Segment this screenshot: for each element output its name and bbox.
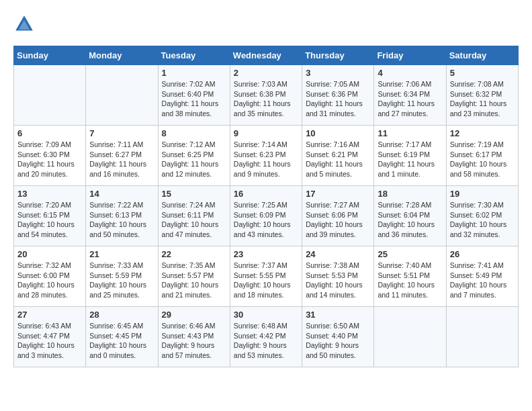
calendar-cell: 5Sunrise: 7:08 AM Sunset: 6:32 PM Daylig… xyxy=(446,65,518,126)
day-number: 8 xyxy=(162,128,226,138)
day-number: 3 xyxy=(306,68,370,78)
calendar-body: 1Sunrise: 7:02 AM Sunset: 6:40 PM Daylig… xyxy=(14,65,519,367)
calendar-cell: 24Sunrise: 7:38 AM Sunset: 5:53 PM Dayli… xyxy=(302,246,374,307)
day-number: 5 xyxy=(450,68,515,78)
calendar-cell: 1Sunrise: 7:02 AM Sunset: 6:40 PM Daylig… xyxy=(158,65,230,126)
day-number: 23 xyxy=(234,249,298,259)
week-row-1: 1Sunrise: 7:02 AM Sunset: 6:40 PM Daylig… xyxy=(14,65,519,126)
day-number: 21 xyxy=(89,249,154,259)
day-number: 19 xyxy=(450,189,515,199)
calendar-cell: 15Sunrise: 7:24 AM Sunset: 6:11 PM Dayli… xyxy=(158,186,230,246)
calendar-cell: 11Sunrise: 7:17 AM Sunset: 6:19 PM Dayli… xyxy=(374,126,446,186)
day-info: Sunrise: 7:03 AM Sunset: 6:38 PM Dayligh… xyxy=(234,79,298,119)
day-number: 27 xyxy=(17,310,82,320)
calendar-cell: 4Sunrise: 7:06 AM Sunset: 6:34 PM Daylig… xyxy=(374,65,446,126)
day-info: Sunrise: 7:33 AM Sunset: 5:59 PM Dayligh… xyxy=(89,261,154,300)
day-info: Sunrise: 7:40 AM Sunset: 5:51 PM Dayligh… xyxy=(378,261,442,300)
calendar-cell: 14Sunrise: 7:22 AM Sunset: 6:13 PM Dayli… xyxy=(86,186,158,246)
calendar-cell: 8Sunrise: 7:12 AM Sunset: 6:25 PM Daylig… xyxy=(158,126,230,186)
calendar-cell: 22Sunrise: 7:35 AM Sunset: 5:57 PM Dayli… xyxy=(158,246,230,307)
day-info: Sunrise: 7:32 AM Sunset: 6:00 PM Dayligh… xyxy=(17,261,82,300)
day-number: 13 xyxy=(17,189,82,199)
day-info: Sunrise: 6:45 AM Sunset: 4:45 PM Dayligh… xyxy=(89,321,154,361)
day-number: 11 xyxy=(378,128,442,138)
calendar-cell: 18Sunrise: 7:28 AM Sunset: 6:04 PM Dayli… xyxy=(374,186,446,246)
calendar-cell: 21Sunrise: 7:33 AM Sunset: 5:59 PM Dayli… xyxy=(86,246,158,307)
calendar-cell: 13Sunrise: 7:20 AM Sunset: 6:15 PM Dayli… xyxy=(14,186,86,246)
calendar-cell: 10Sunrise: 7:16 AM Sunset: 6:21 PM Dayli… xyxy=(302,126,374,186)
day-number: 15 xyxy=(162,189,226,199)
week-row-3: 13Sunrise: 7:20 AM Sunset: 6:15 PM Dayli… xyxy=(14,186,519,246)
day-info: Sunrise: 7:37 AM Sunset: 5:55 PM Dayligh… xyxy=(234,261,298,300)
calendar-cell: 2Sunrise: 7:03 AM Sunset: 6:38 PM Daylig… xyxy=(230,65,302,126)
day-info: Sunrise: 7:05 AM Sunset: 6:36 PM Dayligh… xyxy=(306,79,370,119)
day-info: Sunrise: 7:25 AM Sunset: 6:09 PM Dayligh… xyxy=(234,200,298,240)
calendar-cell: 27Sunrise: 6:43 AM Sunset: 4:47 PM Dayli… xyxy=(14,307,86,367)
day-number: 17 xyxy=(306,189,370,199)
day-info: Sunrise: 7:08 AM Sunset: 6:32 PM Dayligh… xyxy=(450,79,515,119)
day-number: 2 xyxy=(234,68,298,78)
day-number: 12 xyxy=(450,128,515,138)
calendar-cell: 19Sunrise: 7:30 AM Sunset: 6:02 PM Dayli… xyxy=(446,186,518,246)
day-info: Sunrise: 6:46 AM Sunset: 4:43 PM Dayligh… xyxy=(162,321,226,361)
calendar-cell xyxy=(14,65,86,126)
day-info: Sunrise: 7:27 AM Sunset: 6:06 PM Dayligh… xyxy=(306,200,370,240)
day-number: 18 xyxy=(378,189,442,199)
day-info: Sunrise: 7:17 AM Sunset: 6:19 PM Dayligh… xyxy=(378,140,442,179)
day-info: Sunrise: 7:28 AM Sunset: 6:04 PM Dayligh… xyxy=(378,200,442,240)
day-info: Sunrise: 7:12 AM Sunset: 6:25 PM Dayligh… xyxy=(162,140,226,179)
calendar-cell xyxy=(374,307,446,367)
calendar-cell: 30Sunrise: 6:48 AM Sunset: 4:42 PM Dayli… xyxy=(230,307,302,367)
day-info: Sunrise: 7:11 AM Sunset: 6:27 PM Dayligh… xyxy=(89,140,154,179)
day-number: 31 xyxy=(306,310,370,320)
calendar-cell xyxy=(446,307,518,367)
day-info: Sunrise: 7:06 AM Sunset: 6:34 PM Dayligh… xyxy=(378,79,442,119)
day-number: 29 xyxy=(162,310,226,320)
day-info: Sunrise: 7:02 AM Sunset: 6:40 PM Dayligh… xyxy=(162,79,226,119)
calendar-cell: 25Sunrise: 7:40 AM Sunset: 5:51 PM Dayli… xyxy=(374,246,446,307)
day-info: Sunrise: 7:38 AM Sunset: 5:53 PM Dayligh… xyxy=(306,261,370,300)
day-info: Sunrise: 7:24 AM Sunset: 6:11 PM Dayligh… xyxy=(162,200,226,240)
calendar-cell: 3Sunrise: 7:05 AM Sunset: 6:36 PM Daylig… xyxy=(302,65,374,126)
calendar-cell: 17Sunrise: 7:27 AM Sunset: 6:06 PM Dayli… xyxy=(302,186,374,246)
day-info: Sunrise: 7:16 AM Sunset: 6:21 PM Dayligh… xyxy=(306,140,370,179)
day-number: 22 xyxy=(162,249,226,259)
calendar-cell xyxy=(86,65,158,126)
day-number: 24 xyxy=(306,249,370,259)
header-day-thursday: Thursday xyxy=(302,46,374,65)
calendar-cell: 29Sunrise: 6:46 AM Sunset: 4:43 PM Dayli… xyxy=(158,307,230,367)
header-row: SundayMondayTuesdayWednesdayThursdayFrid… xyxy=(14,46,519,65)
day-number: 25 xyxy=(378,249,442,259)
day-info: Sunrise: 7:19 AM Sunset: 6:17 PM Dayligh… xyxy=(450,140,515,179)
calendar-cell: 20Sunrise: 7:32 AM Sunset: 6:00 PM Dayli… xyxy=(14,246,86,307)
logo-icon xyxy=(13,13,35,35)
header-day-wednesday: Wednesday xyxy=(230,46,302,65)
week-row-2: 6Sunrise: 7:09 AM Sunset: 6:30 PM Daylig… xyxy=(14,126,519,186)
day-info: Sunrise: 7:20 AM Sunset: 6:15 PM Dayligh… xyxy=(17,200,82,240)
calendar-cell: 31Sunrise: 6:50 AM Sunset: 4:40 PM Dayli… xyxy=(302,307,374,367)
calendar-header: SundayMondayTuesdayWednesdayThursdayFrid… xyxy=(14,46,519,65)
calendar-cell: 16Sunrise: 7:25 AM Sunset: 6:09 PM Dayli… xyxy=(230,186,302,246)
day-number: 7 xyxy=(89,128,154,138)
day-info: Sunrise: 6:50 AM Sunset: 4:40 PM Dayligh… xyxy=(306,321,370,361)
day-number: 9 xyxy=(234,128,298,138)
day-number: 4 xyxy=(378,68,442,78)
page-header xyxy=(13,13,519,35)
calendar-table: SundayMondayTuesdayWednesdayThursdayFrid… xyxy=(13,46,519,367)
day-number: 16 xyxy=(234,189,298,199)
calendar-cell: 6Sunrise: 7:09 AM Sunset: 6:30 PM Daylig… xyxy=(14,126,86,186)
calendar-cell: 9Sunrise: 7:14 AM Sunset: 6:23 PM Daylig… xyxy=(230,126,302,186)
calendar-cell: 26Sunrise: 7:41 AM Sunset: 5:49 PM Dayli… xyxy=(446,246,518,307)
calendar-cell: 23Sunrise: 7:37 AM Sunset: 5:55 PM Dayli… xyxy=(230,246,302,307)
header-day-sunday: Sunday xyxy=(14,46,86,65)
header-day-tuesday: Tuesday xyxy=(158,46,230,65)
day-info: Sunrise: 7:22 AM Sunset: 6:13 PM Dayligh… xyxy=(89,200,154,240)
logo xyxy=(13,13,38,35)
calendar-cell: 12Sunrise: 7:19 AM Sunset: 6:17 PM Dayli… xyxy=(446,126,518,186)
week-row-4: 20Sunrise: 7:32 AM Sunset: 6:00 PM Dayli… xyxy=(14,246,519,307)
day-number: 28 xyxy=(89,310,154,320)
day-number: 20 xyxy=(17,249,82,259)
day-number: 10 xyxy=(306,128,370,138)
day-info: Sunrise: 6:43 AM Sunset: 4:47 PM Dayligh… xyxy=(17,321,82,361)
day-info: Sunrise: 6:48 AM Sunset: 4:42 PM Dayligh… xyxy=(234,321,298,361)
